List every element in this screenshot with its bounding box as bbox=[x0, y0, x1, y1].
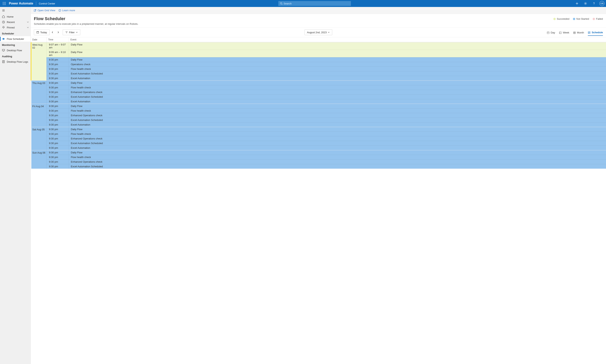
open-grid-view-link[interactable]: Open Grid View bbox=[34, 9, 55, 12]
today-button[interactable]: Today bbox=[34, 29, 50, 35]
schedule-row[interactable]: 9:30 pmDaily Flow bbox=[46, 81, 606, 85]
next-button[interactable] bbox=[55, 29, 61, 35]
schedule-row[interactable]: 9:30 pmExcel Automation bbox=[46, 99, 606, 104]
sidebar: Home Recent Pinned Scheduler Flow Schedu… bbox=[0, 7, 31, 364]
search-input[interactable] bbox=[284, 2, 349, 5]
app-launcher-icon[interactable] bbox=[1, 1, 7, 6]
schedule-row[interactable]: 9:30 pmEnhanced Operations check bbox=[46, 113, 606, 117]
search-box[interactable] bbox=[278, 1, 351, 6]
sidebar-item-label: Desktop Flow bbox=[7, 49, 22, 52]
legend-succeeded: Succeeded bbox=[553, 17, 569, 20]
sidebar-item-flow-scheduler[interactable]: Flow Scheduler bbox=[0, 36, 31, 42]
help-icon bbox=[593, 2, 595, 5]
schedule-event-cell: Enhanced Operations check bbox=[69, 90, 606, 94]
schedule-date-cell: Thu Aug 03 bbox=[31, 81, 46, 104]
schedule-date-cell: Fri Aug 04 bbox=[31, 104, 46, 127]
schedule-row[interactable]: 9:30 pmEnhanced Operations check bbox=[46, 136, 606, 141]
view-tab-day[interactable]: Day bbox=[547, 31, 555, 36]
week-view-icon bbox=[559, 31, 562, 34]
schedule-time-cell: 9:30 pm bbox=[46, 160, 69, 164]
view-tab-week[interactable]: Week bbox=[559, 31, 569, 36]
schedule-date-cell: Wed Aug 02 bbox=[31, 42, 46, 80]
sidebar-item-label: Home bbox=[7, 15, 13, 18]
schedule-row[interactable]: 9:30 pmExcel Automation Scheduled bbox=[46, 117, 606, 122]
svg-rect-14 bbox=[2, 49, 5, 51]
gear-icon bbox=[584, 2, 587, 5]
schedule-row[interactable]: 9:30 pmExcel Automation bbox=[46, 145, 606, 150]
date-picker-button[interactable]: August 2nd, 2023 bbox=[304, 29, 332, 35]
schedule-row[interactable]: 9:09 am – 9:10 amDaily Flow bbox=[46, 50, 606, 57]
schedule-row[interactable]: 9:30 pmExcel Automation Scheduled bbox=[46, 164, 606, 169]
info-icon bbox=[58, 9, 61, 12]
add-button[interactable] bbox=[574, 0, 580, 7]
learn-more-link[interactable]: Learn more bbox=[58, 9, 75, 12]
schedule-row[interactable]: 9:30 pmFlow health check bbox=[46, 108, 606, 113]
schedule-event-cell: Excel Automation Scheduled bbox=[69, 141, 606, 145]
svg-point-1 bbox=[4, 2, 5, 3]
schedule-time-cell: 9:30 pm bbox=[46, 141, 69, 145]
schedule-time-cell: 9:30 pm bbox=[46, 95, 69, 99]
schedule-row[interactable]: 9:30 pmExcel Automation Scheduled bbox=[46, 71, 606, 76]
schedule-time-cell: 9:30 pm bbox=[46, 108, 69, 113]
legend-failed: Failed bbox=[593, 17, 603, 20]
schedule-row[interactable]: 9:30 pmFlow health check bbox=[46, 66, 606, 71]
schedule-time-cell: 9:30 pm bbox=[46, 136, 69, 141]
user-avatar[interactable]: GB bbox=[599, 1, 605, 6]
col-event-header: Event bbox=[69, 37, 606, 42]
schedule-time-cell: 9:30 pm bbox=[46, 85, 69, 90]
sidebar-item-recent[interactable]: Recent bbox=[0, 19, 31, 25]
settings-button[interactable] bbox=[582, 0, 589, 7]
schedule-row[interactable]: 9:30 pmExcel Automation Scheduled bbox=[46, 94, 606, 99]
schedule-event-cell: Daily Flow bbox=[69, 127, 606, 131]
schedule-row[interactable]: 9:30 pmExcel Automation Scheduled bbox=[46, 141, 606, 145]
schedule-time-cell: 9:30 pm bbox=[46, 118, 69, 122]
schedule-row[interactable]: 9:30 pmFlow health check bbox=[46, 155, 606, 159]
view-tab-schedule[interactable]: Schedule bbox=[588, 31, 603, 36]
chevron-down-icon bbox=[27, 21, 29, 23]
location-label[interactable]: Control Center bbox=[39, 2, 55, 5]
sidebar-heading-monitoring: Monitoring bbox=[0, 42, 31, 48]
svg-point-11 bbox=[585, 3, 586, 4]
schedule-row[interactable]: 9:07 am – 9:07 amDaily Flow bbox=[46, 42, 606, 50]
schedule-time-cell: 9:30 pm bbox=[46, 57, 69, 62]
schedule-time-cell: 9:30 pm bbox=[46, 150, 69, 155]
schedule-grid[interactable]: Date Time Event Wed Aug 029:07 am – 9:07… bbox=[31, 37, 606, 364]
schedule-event-cell: Flow health check bbox=[69, 67, 606, 71]
schedule-time-cell: 9:30 pm bbox=[46, 155, 69, 159]
schedule-event-cell: Flow health check bbox=[69, 108, 606, 113]
hamburger-button[interactable] bbox=[0, 7, 31, 14]
sidebar-item-desktop-flow-logs[interactable]: Desktop Flow Logs bbox=[0, 59, 31, 65]
dot-succeeded bbox=[553, 18, 556, 20]
sidebar-item-desktop-flow[interactable]: Desktop Flow bbox=[0, 48, 31, 53]
schedule-row[interactable]: 9:30 pmDaily Flow bbox=[46, 104, 606, 108]
schedule-event-cell: Flow health check bbox=[69, 155, 606, 159]
schedule-row[interactable]: 9:30 pmFlow health check bbox=[46, 85, 606, 90]
schedule-row[interactable]: 9:30 pmEnhanced Operations check bbox=[46, 159, 606, 164]
schedule-row[interactable]: 9:30 pmDaily Flow bbox=[46, 150, 606, 155]
day-view-icon bbox=[547, 31, 550, 34]
schedule-row[interactable]: 9:30 pmExcel Automation bbox=[46, 122, 606, 127]
svg-point-12 bbox=[594, 4, 594, 5]
sidebar-item-home[interactable]: Home bbox=[0, 14, 31, 19]
prev-button[interactable] bbox=[50, 29, 55, 35]
filter-button[interactable]: Filter bbox=[63, 29, 80, 35]
schedule-row[interactable]: 9:30 pmOperations check bbox=[46, 62, 606, 66]
schedule-event-cell: Excel Automation Scheduled bbox=[69, 164, 606, 169]
search-icon bbox=[280, 2, 282, 5]
schedule-time-cell: 9:30 pm bbox=[46, 67, 69, 71]
schedule-row[interactable]: 9:30 pmEnhanced Operations check bbox=[46, 90, 606, 94]
schedule-row[interactable]: 9:30 pmExcel Automation bbox=[46, 76, 606, 80]
flow-icon bbox=[2, 37, 5, 40]
col-time-header: Time bbox=[46, 37, 69, 42]
schedule-event-cell: Daily Flow bbox=[69, 42, 606, 50]
schedule-day-group: Fri Aug 049:30 pmDaily Flow9:30 pmFlow h… bbox=[31, 104, 606, 127]
schedule-row[interactable]: 9:30 pmFlow health check bbox=[46, 131, 606, 136]
svg-point-9 bbox=[280, 2, 282, 4]
schedule-day-group: Sun Aug 069:30 pmDaily Flow9:30 pmFlow h… bbox=[31, 150, 606, 169]
schedule-time-cell: 9:30 pm bbox=[46, 127, 69, 131]
schedule-row[interactable]: 9:30 pmDaily Flow bbox=[46, 57, 606, 62]
sidebar-item-pinned[interactable]: Pinned bbox=[0, 25, 31, 30]
help-button[interactable] bbox=[591, 0, 597, 7]
schedule-row[interactable]: 9:30 pmDaily Flow bbox=[46, 127, 606, 131]
view-tab-month[interactable]: Month bbox=[573, 31, 584, 36]
